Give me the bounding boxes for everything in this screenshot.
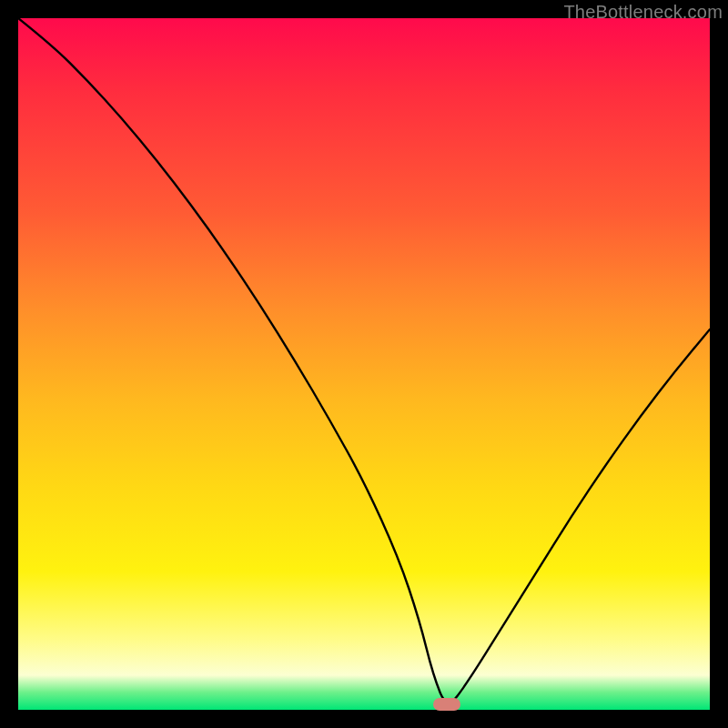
plot-area: [18, 18, 710, 710]
bottleneck-curve: [18, 18, 710, 710]
chart-frame: TheBottleneck.com: [0, 0, 728, 728]
optimal-marker: [433, 698, 460, 711]
attribution-text: TheBottleneck.com: [563, 2, 723, 23]
